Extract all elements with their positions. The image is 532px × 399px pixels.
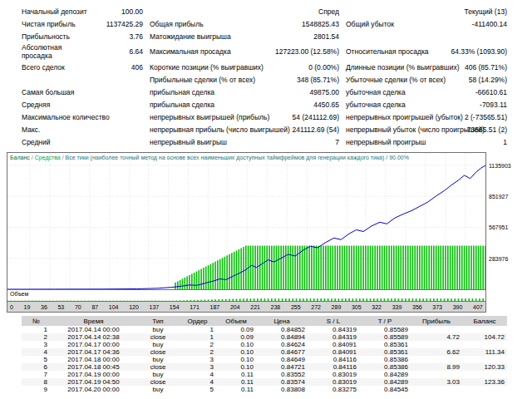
y-tick-label: 851927	[489, 194, 508, 200]
trade-cell: 0.83808	[256, 386, 308, 393]
trade-cell: 0.85589	[359, 326, 411, 333]
stat-value: 1137425.29	[96, 20, 143, 28]
stat-label: Начальный депозит	[22, 7, 90, 16]
trade-cell: buy	[137, 386, 179, 393]
x-tick-label: 137	[150, 304, 160, 310]
trade-cell: 0.09	[216, 333, 256, 341]
stat-value: 1548825.43	[269, 20, 339, 28]
stat-label: непрерывный убыток (число проигрышей)	[346, 126, 434, 134]
trade-row: 12017.04.14 00:00buy10.090.848520.843190…	[22, 326, 507, 333]
trade-cell: 0.84319	[308, 326, 359, 333]
x-tick-label: 407	[473, 304, 483, 310]
trade-cell: 2017.04.19 00:00	[50, 371, 137, 378]
trade-cell: 0.84116	[308, 356, 359, 363]
stat-value: 0 (0.00%)	[269, 63, 339, 71]
trade-cell: 0.85361	[359, 348, 411, 356]
stat-value: 64.33% (1093.90)	[441, 47, 507, 56]
stats-row: Самая большаяприбыльная сделка49875.00уб…	[22, 86, 507, 97]
stat-value: 2 (-73565.51)	[441, 113, 507, 121]
trades-header-cell: T / P	[359, 318, 411, 325]
trades-header-cell: Тип	[137, 318, 179, 325]
stat-label: непрерывных проигрышей (убыток)	[346, 113, 434, 121]
x-tick-label: 87	[91, 304, 98, 310]
stat-value: 100.00	[96, 7, 143, 16]
x-tick-label: 373	[432, 304, 442, 310]
stat-label: Длинные позиции (% выигравших)	[346, 63, 434, 71]
stats-row: Всего сделок406Короткие позиции (% выигр…	[22, 62, 507, 72]
trade-cell: 1	[179, 326, 216, 333]
trade-cell: 9	[22, 386, 50, 393]
trade-row: 52017.04.18 00:00buy30.100.846490.841160…	[22, 356, 507, 363]
trade-cell: 4	[179, 371, 216, 378]
trade-cell: 2017.04.14 00:00	[50, 326, 137, 333]
x-tick-label: 204	[230, 304, 240, 310]
trade-cell: buy	[137, 356, 179, 363]
stats-row: Прибыльные сделки (% от всех)348 (85.71%…	[22, 74, 507, 85]
trades-header-cell: Прибыль	[411, 318, 462, 325]
trade-cell: 4	[179, 378, 216, 386]
stats-row: Прибыльность3.76Матожидание выигрыша2801…	[22, 31, 507, 42]
trade-cell: 104.72	[462, 333, 507, 341]
x-tick-label: 339	[392, 304, 402, 310]
x-tick-label: 171	[190, 304, 200, 310]
stat-value: -7093.11	[441, 101, 507, 109]
stat-value: 406 (85.71%)	[441, 63, 507, 71]
stat-label: прибыльная сделка	[150, 88, 263, 96]
balance-chart-section: Баланс / Средства / Все тики (наиболее т…	[7, 152, 532, 313]
trades-header-cell: S / L	[308, 318, 359, 325]
trade-cell: 2017.04.18 00:00	[50, 356, 137, 363]
trade-cell: 4.72	[411, 333, 462, 341]
trade-row: 32017.04.17 00:00buy20.100.846240.840910…	[22, 341, 507, 348]
trade-cell: 0.85361	[359, 341, 411, 348]
stat-label: Чистая прибыль	[22, 20, 90, 28]
trades-body: 12017.04.14 00:00buy10.090.848520.843190…	[22, 326, 507, 393]
trade-cell: 2	[22, 333, 50, 341]
trade-cell: 0.84091	[308, 341, 359, 348]
trade-cell: 6.62	[411, 348, 462, 356]
trade-cell: 0.84289	[359, 378, 411, 386]
trade-cell: 6	[22, 363, 50, 371]
stat-value: 4450.65	[269, 101, 339, 109]
trades-header-cell: №	[22, 318, 50, 325]
y-tick-label: 1135903	[489, 163, 511, 170]
trade-row: 82017.04.19 04:50close40.110.835740.8301…	[22, 378, 507, 386]
trade-cell: 111.34	[462, 348, 507, 356]
trade-cell: 0.84116	[308, 363, 359, 371]
chart-panels: Баланс / Средства / Все тики (наиболее т…	[7, 152, 486, 313]
chart-y-axis: 1135903851927567951283976	[486, 152, 525, 290]
trade-row: 42017.04.17 04:36close20.100.846770.8409…	[22, 348, 507, 356]
trade-cell: 7	[22, 371, 50, 378]
trade-cell: 2017.04.19 04:50	[50, 378, 137, 386]
stat-value: Спред	[269, 7, 339, 16]
stat-value: 127223.00 (12.58%)	[269, 47, 339, 56]
stats-row: Абсолютная просадка6.64Максимальная прос…	[22, 43, 507, 60]
trade-cell: buy	[137, 371, 179, 378]
stats-row: Макс.непрерывная прибыль (число выигрыше…	[22, 124, 507, 135]
trades-section: №ВремяТипОрдерОбъемЦенаS / LT / PПрибыль…	[0, 316, 532, 393]
stat-value: 6.64	[96, 47, 143, 56]
stat-value: -73565.51 (2)	[441, 126, 507, 134]
trade-row: 72017.04.19 00:00buy40.110.835520.830190…	[22, 371, 507, 378]
legend-part: Все тики (наиболее точный метод на основ…	[66, 155, 409, 160]
trade-cell: 0.83275	[308, 386, 359, 393]
trade-cell: 1	[179, 333, 216, 341]
stat-label: Прибыльные сделки (% от всех)	[150, 76, 263, 84]
trade-cell: 0.85386	[359, 356, 411, 363]
x-tick-label: 53	[57, 304, 64, 310]
stat-value: 1	[441, 138, 507, 146]
stat-label: Средняя	[22, 101, 143, 109]
volume-canvas	[7, 292, 485, 301]
trade-cell: buy	[137, 341, 179, 348]
tester-report-page: Начальный депозит100.00СпредТекущий (13)…	[0, 0, 532, 399]
stat-label: Убыточные сделки (% от всех)	[346, 76, 434, 84]
trades-header-cell: Баланс	[462, 318, 507, 325]
stat-label: непрерывных выигрышей (прибыль)	[150, 113, 263, 121]
x-tick-label: 19	[24, 304, 31, 310]
x-tick-label: 356	[412, 304, 422, 310]
trade-cell: 2	[179, 341, 216, 348]
balance-chart: Баланс / Средства / Все тики (наиболее т…	[7, 152, 486, 290]
trade-cell: 5	[22, 356, 50, 363]
trade-cell: 0.10	[216, 356, 256, 363]
trade-cell: 8	[22, 378, 50, 386]
x-tick-label: 390	[453, 304, 463, 310]
